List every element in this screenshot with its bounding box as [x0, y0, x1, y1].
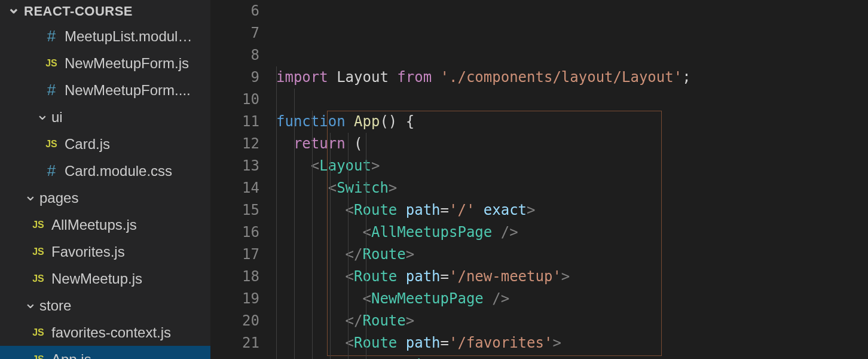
line-number: 21: [210, 332, 259, 354]
line-number: 14: [210, 177, 259, 199]
js-file-icon: JS: [43, 58, 60, 69]
file-label: store: [39, 297, 210, 314]
file-item[interactable]: JSfavorites-context.js: [0, 319, 210, 346]
js-file-icon: JS: [30, 220, 47, 230]
file-label: Favorites.js: [51, 244, 210, 260]
code-line[interactable]: import Layout from './components/layout/…: [276, 66, 868, 89]
line-number: 20: [210, 310, 259, 332]
chevron-down-icon: [36, 109, 47, 126]
line-number: 8: [210, 44, 259, 66]
line-number: 19: [210, 288, 259, 310]
file-item[interactable]: JSNewMeetup.js: [0, 265, 210, 292]
file-item[interactable]: JSApp.js: [0, 346, 210, 359]
explorer-sidebar: REACT-COURSE #MeetupList.modul…JSNewMeet…: [0, 0, 210, 359]
js-file-icon: JS: [30, 327, 47, 338]
file-item[interactable]: #Card.module.css: [0, 157, 210, 184]
file-label: NewMeetup.js: [51, 270, 210, 287]
css-file-icon: #: [43, 27, 60, 45]
file-label: NewMeetupForm....: [65, 82, 210, 99]
css-file-icon: #: [43, 81, 60, 99]
line-number: 9: [210, 66, 259, 89]
file-item[interactable]: JSCard.js: [0, 130, 210, 157]
file-label: AllMeetups.js: [51, 217, 210, 233]
folder-item[interactable]: pages: [0, 184, 210, 211]
file-label: pages: [39, 190, 210, 206]
chevron-down-icon: [24, 297, 35, 314]
indent-guide: [312, 111, 313, 359]
indent-guide: [348, 133, 349, 359]
line-number: 7: [210, 22, 259, 44]
code-area[interactable]: import Layout from './components/layout/…: [276, 0, 868, 359]
selection-highlight: [327, 111, 662, 356]
indent-guide: [366, 133, 366, 359]
css-file-icon: #: [43, 162, 60, 180]
file-tree: #MeetupList.modul…JSNewMeetupForm.js#New…: [0, 23, 210, 359]
file-item[interactable]: JSNewMeetupForm.js: [0, 50, 210, 77]
line-number: 6: [210, 0, 259, 22]
line-number: 15: [210, 199, 259, 221]
line-number: 18: [210, 266, 259, 288]
js-file-icon: JS: [30, 247, 47, 257]
project-name: REACT-COURSE: [24, 4, 133, 19]
file-label: favorites-context.js: [51, 324, 210, 341]
js-file-icon: JS: [30, 354, 47, 360]
file-item[interactable]: #NewMeetupForm....: [0, 77, 210, 104]
indent-guide: [276, 66, 277, 359]
line-number: 13: [210, 155, 259, 177]
project-header[interactable]: REACT-COURSE: [0, 0, 210, 23]
file-label: App.js: [51, 351, 210, 360]
line-number: 12: [210, 133, 259, 155]
file-item[interactable]: #MeetupList.modul…: [0, 23, 210, 50]
js-file-icon: JS: [30, 273, 47, 284]
file-item[interactable]: JSFavorites.js: [0, 238, 210, 265]
file-item[interactable]: JSAllMeetups.js: [0, 211, 210, 238]
file-label: Card.module.css: [65, 163, 210, 180]
indent-guide: [330, 133, 331, 359]
folder-item[interactable]: ui: [0, 104, 210, 130]
line-number-gutter: 6789101112131415161718192021: [210, 0, 276, 359]
file-label: NewMeetupForm.js: [65, 55, 210, 72]
file-label: ui: [51, 109, 210, 126]
line-number: 11: [210, 111, 259, 133]
file-label: MeetupList.modul…: [65, 28, 210, 45]
line-number: 10: [210, 89, 259, 111]
code-editor[interactable]: 6789101112131415161718192021 import Layo…: [210, 0, 868, 359]
file-label: Card.js: [65, 136, 210, 153]
indent-guide: [294, 89, 295, 359]
line-number: 16: [210, 221, 259, 244]
folder-item[interactable]: store: [0, 292, 210, 319]
chevron-down-icon: [24, 190, 35, 206]
code-line[interactable]: [276, 89, 868, 111]
chevron-down-icon: [7, 4, 18, 19]
js-file-icon: JS: [43, 139, 60, 150]
line-number: 17: [210, 244, 259, 266]
